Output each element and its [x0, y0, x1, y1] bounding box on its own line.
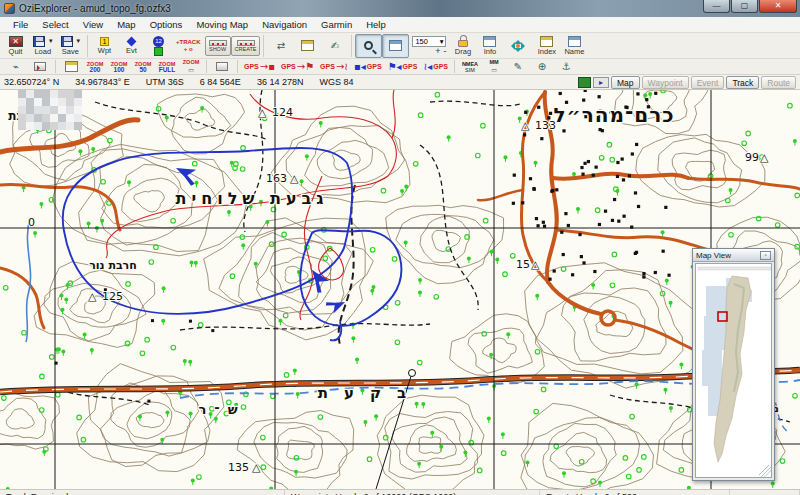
- projection-button[interactable]: ⊕: [530, 59, 554, 74]
- zoom-full-button[interactable]: ZOOMFULL: [155, 59, 179, 74]
- waypoint-mode-button[interactable]: Waypoint: [642, 76, 689, 89]
- pencil-icon: ✎: [514, 62, 522, 72]
- route-mode-button[interactable]: Route: [761, 76, 796, 89]
- map-scale-button[interactable]: ⌁: [4, 59, 28, 74]
- popup-window-icon: [389, 40, 402, 51]
- trig-point-icon: △: [252, 461, 261, 474]
- save-position-icon[interactable]: [593, 77, 609, 88]
- point-count-icon: 12: [153, 36, 164, 47]
- grid-toggle-icon[interactable]: [578, 77, 591, 88]
- zoom-50-button[interactable]: ZOOM50: [131, 59, 155, 74]
- gps-download-tracks-button[interactable]: ≀◂GPS: [420, 59, 451, 74]
- zoom-100-button[interactable]: ZOOM100: [107, 59, 131, 74]
- gps-download-waypoints-button[interactable]: ▪◂GPS: [351, 59, 385, 74]
- utm-zone-readout: UTM 36S: [146, 77, 184, 87]
- menu-moving-map[interactable]: Moving Map: [189, 18, 255, 31]
- cascade-windows-button[interactable]: [59, 59, 83, 74]
- gps-download-events-button[interactable]: ⚑◂GPS: [385, 59, 421, 74]
- zoom-in-button[interactable]: +: [435, 47, 440, 56]
- map-view-restore-button[interactable]: ▫: [760, 251, 771, 260]
- index-button[interactable]: Index: [533, 34, 560, 58]
- close-button[interactable]: ✕: [759, 0, 797, 13]
- quit-button[interactable]: ✕Quit: [2, 34, 29, 58]
- zoom-level-select[interactable]: 150▾: [412, 36, 446, 47]
- track-mode-button[interactable]: Track: [726, 76, 759, 89]
- trig-point-icon: △: [258, 106, 267, 119]
- menu-navigation[interactable]: Navigation: [255, 18, 314, 31]
- zoom-out-button[interactable]: -: [443, 47, 446, 56]
- pan-control[interactable]: [503, 34, 533, 58]
- zoom-200-button[interactable]: ZOOM200: [83, 59, 107, 74]
- gps-upload-tracks-button[interactable]: GPS→≀: [317, 59, 351, 74]
- track-edit-button[interactable]: ✍: [321, 34, 348, 58]
- main-toolbar: ✕Quit ▾Load ▾Save 1Wpt Evt 12 +TRACK+ o …: [0, 33, 800, 59]
- menu-view[interactable]: View: [76, 18, 110, 31]
- label-givat-shluhit: גבעת שלוחית: [176, 189, 329, 208]
- nmea-simulator-button[interactable]: NMEASIM: [458, 59, 482, 74]
- gps-upload-events-button[interactable]: GPS→⚑: [278, 59, 317, 74]
- create-track-button[interactable]: CREATE: [231, 36, 261, 56]
- drag-button[interactable]: Drag: [449, 34, 476, 58]
- save-button[interactable]: ▾Save: [57, 34, 85, 58]
- anchor-button[interactable]: ⚓: [554, 59, 578, 74]
- label-shir: ש־ר: [198, 402, 245, 417]
- annotate-button[interactable]: ✎: [506, 59, 530, 74]
- zoom-window-button[interactable]: ZOOM▭: [179, 59, 203, 74]
- waypoint-toggle[interactable]: 1Wpt: [91, 34, 118, 58]
- point-count-button[interactable]: 12: [145, 34, 172, 58]
- event-mode-button[interactable]: Event: [691, 76, 725, 89]
- cascade-icon: [65, 61, 78, 72]
- menu-options[interactable]: Options: [143, 18, 190, 31]
- minimize-button[interactable]: —: [703, 0, 730, 13]
- map-arrow-icon: [34, 62, 46, 71]
- menu-file[interactable]: File: [6, 18, 35, 31]
- chevron-down-icon: ▾: [440, 37, 444, 46]
- map-config-icon: [216, 62, 228, 71]
- status-track: Track Received: [0, 490, 285, 495]
- gps-upload-waypoints-button[interactable]: GPS→▪: [241, 59, 278, 74]
- map-view-body[interactable]: [695, 263, 772, 478]
- arrow-right-icon: →⚑: [297, 62, 314, 72]
- quit-icon: ✕: [9, 36, 23, 47]
- track-list-button[interactable]: [294, 34, 321, 58]
- info-button[interactable]: Info: [476, 34, 503, 58]
- svg-text:125: 125: [102, 290, 123, 303]
- name-icon: [568, 36, 581, 47]
- magnify-button[interactable]: [355, 34, 382, 58]
- resize-grip[interactable]: [759, 465, 771, 477]
- coordinate-bar: 32.650724° N 34.967843° E UTM 36S 6 84 5…: [0, 75, 800, 90]
- menu-bar: File Select View Map Options Moving Map …: [0, 17, 800, 33]
- menu-garmin[interactable]: Garmin: [314, 18, 359, 31]
- lock-icon: [458, 40, 468, 47]
- utm-easting-readout: 6 84 564E: [200, 77, 241, 87]
- menu-help[interactable]: Help: [359, 18, 393, 31]
- map-mode-button[interactable]: Map: [611, 76, 640, 89]
- load-icon: [33, 36, 45, 47]
- event-toggle[interactable]: Evt: [118, 34, 145, 58]
- menu-select[interactable]: Select: [35, 18, 75, 31]
- track-transfer-icon: ⇄: [277, 41, 285, 51]
- popup-map-button[interactable]: [382, 34, 409, 58]
- svg-text:99: 99: [745, 151, 759, 164]
- map-position-button[interactable]: [28, 59, 52, 74]
- moving-map-button[interactable]: MM▭: [482, 59, 506, 74]
- status-waypoints: Waypoints Used : 0 of 10000 (GPS:1000): [285, 490, 540, 495]
- label-bikat: בקעת: [318, 384, 422, 402]
- add-track-button[interactable]: +TRACK+ o: [172, 34, 205, 58]
- info-window-icon: [483, 36, 496, 47]
- topo-map[interactable]: △124 163△ △133 99△ △125 135△ 15△ 0 כרם־מ…: [0, 90, 800, 489]
- arrow-down-icon: ≀◂: [423, 62, 432, 72]
- trig-point-icon: △: [760, 151, 769, 164]
- title-bar[interactable]: OziExplorer - amud_topo_fg.ozfx3 — ▢ ✕: [0, 0, 800, 17]
- map-canvas[interactable]: △124 163△ △133 99△ △125 135△ 15△ 0 כרם־מ…: [0, 90, 800, 489]
- label-khirbat-nur: חרבת נור: [89, 259, 137, 272]
- name-search-button[interactable]: Name: [560, 34, 588, 58]
- track-transfer-button[interactable]: ⇄: [267, 34, 294, 58]
- load-button[interactable]: ▾Load: [29, 34, 57, 58]
- map-view-titlebar[interactable]: Map View ▫: [693, 249, 774, 262]
- maximize-button[interactable]: ▢: [731, 0, 758, 13]
- menu-map[interactable]: Map: [110, 18, 142, 31]
- show-track-button[interactable]: SHOW: [205, 36, 231, 56]
- map-config-button[interactable]: [210, 59, 234, 74]
- trig-point-icon: △: [290, 172, 299, 185]
